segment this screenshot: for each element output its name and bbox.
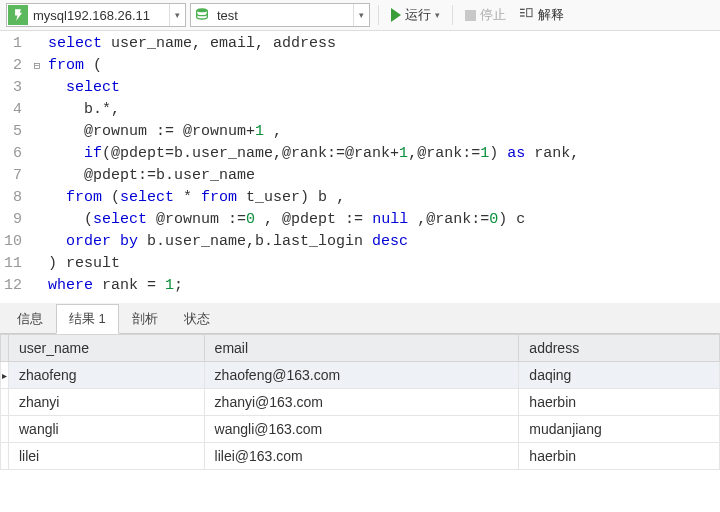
cell[interactable]: lilei@163.com	[204, 443, 519, 470]
database-icon	[192, 5, 212, 25]
connection-icon	[8, 5, 28, 25]
cell[interactable]: zhaofeng	[9, 362, 205, 389]
table-row[interactable]: lileililei@163.comhaerbin	[1, 443, 720, 470]
table-row[interactable]: wangliwangli@163.commudanjiang	[1, 416, 720, 443]
stop-label: 停止	[480, 6, 506, 24]
row-indicator-header	[1, 335, 9, 362]
cell[interactable]: wangli@163.com	[204, 416, 519, 443]
explain-button[interactable]: 解释	[514, 4, 568, 27]
row-indicator	[1, 416, 9, 443]
svg-rect-2	[520, 12, 525, 13]
run-label: 运行	[405, 6, 431, 24]
column-header[interactable]: email	[204, 335, 519, 362]
sql-editor[interactable]: 123456789101112 ⊟ select user_name, emai…	[0, 31, 720, 299]
table-row[interactable]: zhanyizhanyi@163.comhaerbin	[1, 389, 720, 416]
code-area[interactable]: select user_name, email, addressfrom ( s…	[44, 33, 579, 297]
cell[interactable]: mudanjiang	[519, 416, 720, 443]
row-indicator	[1, 389, 9, 416]
tab-1[interactable]: 结果 1	[56, 304, 119, 334]
column-header[interactable]: user_name	[9, 335, 205, 362]
stop-button: 停止	[461, 4, 510, 26]
results-table[interactable]: user_nameemailaddress ▸zhaofengzhaofeng@…	[0, 334, 720, 470]
row-indicator: ▸	[1, 362, 9, 389]
cell[interactable]: zhanyi@163.com	[204, 389, 519, 416]
cell[interactable]: lilei	[9, 443, 205, 470]
tab-0[interactable]: 信息	[4, 304, 56, 334]
tab-2[interactable]: 剖析	[119, 304, 171, 334]
chevron-down-icon: ▾	[169, 4, 185, 26]
explain-icon	[518, 6, 534, 25]
row-indicator	[1, 443, 9, 470]
chevron-down-icon: ▾	[353, 4, 369, 26]
fold-gutter: ⊟	[30, 33, 44, 297]
database-dropdown[interactable]: test ▾	[190, 3, 370, 27]
cell[interactable]: haerbin	[519, 389, 720, 416]
connection-name: mysql192.168.26.11	[29, 8, 169, 23]
run-button[interactable]: 运行 ▾	[387, 4, 444, 26]
svg-rect-1	[520, 8, 525, 9]
svg-rect-4	[527, 8, 532, 16]
line-gutter: 123456789101112	[0, 33, 30, 297]
tab-3[interactable]: 状态	[171, 304, 223, 334]
cell[interactable]: wangli	[9, 416, 205, 443]
column-header[interactable]: address	[519, 335, 720, 362]
connection-dropdown[interactable]: mysql192.168.26.11 ▾	[6, 3, 186, 27]
svg-point-0	[197, 8, 208, 12]
separator	[452, 5, 453, 25]
database-name: test	[213, 8, 353, 23]
play-icon	[391, 8, 401, 22]
stop-icon	[465, 10, 476, 21]
separator	[378, 5, 379, 25]
explain-label: 解释	[538, 6, 564, 24]
toolbar: mysql192.168.26.11 ▾ test ▾ 运行 ▾ 停止 解释	[0, 0, 720, 31]
svg-rect-3	[520, 15, 525, 16]
cell[interactable]: haerbin	[519, 443, 720, 470]
cell[interactable]: daqing	[519, 362, 720, 389]
chevron-down-icon: ▾	[435, 10, 440, 20]
table-row[interactable]: ▸zhaofengzhaofeng@163.comdaqing	[1, 362, 720, 389]
cell[interactable]: zhanyi	[9, 389, 205, 416]
table-header-row: user_nameemailaddress	[1, 335, 720, 362]
result-tabs: 信息结果 1剖析状态	[0, 303, 720, 334]
cell[interactable]: zhaofeng@163.com	[204, 362, 519, 389]
